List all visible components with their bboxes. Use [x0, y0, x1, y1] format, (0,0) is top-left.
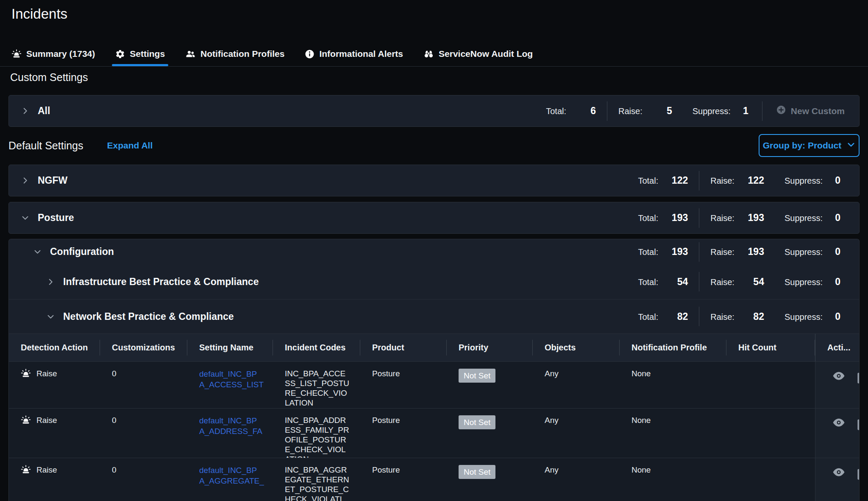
notification-profile-cell: None [620, 458, 726, 501]
col-setting-name[interactable]: Setting Name [187, 334, 273, 361]
total-value: 193 [666, 246, 688, 257]
col-objects[interactable]: Objects [533, 334, 620, 361]
raise-value: 193 [742, 212, 764, 224]
col-notification-profile[interactable]: Notification Profile [620, 334, 726, 361]
tab-notification-profiles-label: Notification Profiles [200, 49, 284, 59]
raise-label: Raise: [710, 213, 734, 223]
suppress-value: 1 [738, 105, 748, 117]
chevron-down-icon[interactable] [21, 214, 29, 222]
group-title-infrastructure: Infrastructure Best Practice & Complianc… [63, 276, 259, 288]
setting-name-link[interactable]: default_INC_BP A_ACCESS_LIST [199, 369, 264, 389]
custom-group-all-row[interactable]: All Total: 6 Raise: 5 Suppress: 1 [9, 95, 859, 126]
posture-configuration-panel: Configuration Total:193 Raise:193 Suppre… [8, 239, 860, 501]
network-stats: Total:82 Raise:82 Suppress:0 [638, 307, 859, 326]
group-ngfw-row[interactable]: NGFW Total:122 Raise:122 Suppress:0 [9, 165, 859, 196]
chevron-down-icon[interactable] [46, 313, 55, 321]
total-value: 6 [574, 105, 596, 117]
col-detection-action[interactable]: Detection Action [9, 334, 100, 361]
product-cell: Posture [360, 362, 447, 408]
tab-servicenow-audit-log[interactable]: ServiceNow Audit Log [423, 42, 533, 66]
col-customizations[interactable]: Customizations [100, 334, 187, 361]
suppress-label: Suppress: [785, 176, 823, 186]
new-custom-label: New Custom [791, 106, 845, 116]
hit-count-cell [726, 409, 815, 458]
objects-cell: Any [533, 362, 620, 408]
col-priority[interactable]: Priority [447, 334, 533, 361]
detection-action-label: Raise [36, 465, 57, 476]
stat-divider [699, 171, 699, 190]
detection-action-cell: Raise [9, 409, 100, 458]
infrastructure-stats: Total:54 Raise:54 Suppress:0 [638, 272, 859, 291]
setting-name-link[interactable]: default_INC_BP A_AGGREGATE_ [199, 466, 264, 485]
chevron-right-icon[interactable] [46, 278, 55, 286]
tab-informational-alerts[interactable]: Informational Alerts [305, 42, 403, 66]
new-custom-button[interactable]: New Custom [776, 105, 845, 117]
incidents-page: Incidents Summary (1734) [0, 0, 868, 501]
suppress-value: 0 [830, 246, 840, 257]
suppress-label: Suppress: [785, 213, 823, 223]
eye-icon[interactable] [832, 417, 845, 428]
tab-servicenow-audit-log-label: ServiceNow Audit Log [439, 49, 533, 59]
customizations-cell: 0 [100, 458, 187, 501]
stat-divider [699, 242, 699, 262]
tab-notification-profiles[interactable]: Notification Profiles [185, 42, 284, 66]
all-stats: Total: 6 Raise: 5 Suppress: 1 [546, 101, 748, 121]
col-incident-codes[interactable]: Incident Codes [273, 334, 360, 361]
default-settings-header: Default Settings Expand All Group by: Pr… [8, 133, 860, 158]
tab-settings[interactable]: Settings [115, 42, 165, 66]
group-title-configuration: Configuration [50, 246, 114, 257]
tab-summary[interactable]: Summary (1734) [11, 42, 95, 66]
chevron-down-icon[interactable] [33, 248, 42, 256]
siren-icon [21, 368, 31, 381]
eye-icon[interactable] [832, 467, 845, 478]
total-value: 193 [666, 212, 688, 224]
raise-label: Raise: [710, 247, 734, 257]
custom-settings-heading: Custom Settings [10, 71, 88, 84]
group-by-label: Group by: Product [763, 140, 842, 151]
copy-plus-icon[interactable] [857, 370, 859, 384]
expand-all-link[interactable]: Expand All [107, 140, 153, 151]
raise-value: 54 [742, 276, 764, 288]
info-icon [305, 49, 314, 59]
binoculars-icon [423, 49, 434, 59]
priority-badge: Not Set [459, 369, 495, 383]
table-row: Raise 0 default_INC_BP A_AGGREGATE_ INC_… [9, 458, 859, 501]
chevron-right-icon[interactable] [21, 176, 29, 185]
eye-icon[interactable] [832, 370, 845, 381]
suppress-value: 0 [830, 212, 840, 224]
col-hit-count[interactable]: Hit Count [726, 334, 815, 361]
actions-cell [815, 409, 859, 458]
copy-plus-icon[interactable] [857, 467, 859, 480]
chevron-right-icon[interactable] [21, 107, 29, 115]
raise-label: Raise: [710, 312, 734, 322]
customizations-cell: 0 [100, 362, 187, 408]
setting-name-link[interactable]: default_INC_BP A_ADDRESS_FA [199, 416, 262, 436]
chevron-down-icon [847, 140, 855, 151]
siren-icon [11, 49, 22, 59]
group-network-row[interactable]: Network Best Practice & Compliance Total… [9, 299, 859, 333]
total-label: Total: [638, 213, 658, 223]
suppress-stat: Suppress: 1 [693, 105, 748, 117]
col-product[interactable]: Product [360, 334, 447, 361]
col-actions[interactable]: Acti... [815, 334, 859, 361]
actions-cell [815, 458, 859, 501]
suppress-label: Suppress: [785, 247, 823, 257]
group-title-all: All [38, 105, 50, 117]
posture-stats: Total:193 Raise:193 Suppress:0 [638, 208, 859, 228]
stat-divider [699, 208, 699, 228]
stat-divider [699, 272, 699, 291]
siren-icon [21, 465, 31, 477]
actions-cell [815, 362, 859, 408]
incident-codes-cell: INC_BPA_ADDR ESS_FAMILY_PR OFILE_POSTUR … [273, 409, 360, 458]
priority-badge: Not Set [459, 465, 495, 479]
group-configuration-row[interactable]: Configuration Total:193 Raise:193 Suppre… [9, 239, 859, 264]
raise-label: Raise: [618, 106, 643, 116]
total-value: 122 [666, 175, 688, 186]
suppress-label: Suppress: [693, 106, 731, 116]
copy-plus-icon[interactable] [857, 417, 859, 431]
group-infrastructure-row[interactable]: Infrastructure Best Practice & Complianc… [9, 264, 859, 299]
group-posture-row[interactable]: Posture Total:193 Raise:193 Suppress:0 [9, 202, 859, 233]
notification-profile-cell: None [620, 409, 726, 458]
group-by-button[interactable]: Group by: Product [759, 134, 860, 157]
settings-table-header: Detection Action Customizations Setting … [9, 333, 859, 362]
